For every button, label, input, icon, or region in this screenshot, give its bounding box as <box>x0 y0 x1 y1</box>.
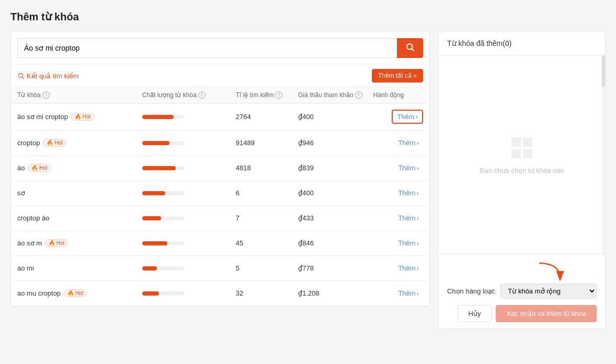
keyword-text: sơ <box>17 189 25 197</box>
svg-line-1 <box>412 49 414 51</box>
svg-rect-4 <box>511 137 521 147</box>
price-cell: ₫846 <box>298 239 373 247</box>
keyword-cell: sơ <box>17 189 142 197</box>
price-cell: ₫400 <box>298 189 373 197</box>
scrollbar-thumb[interactable] <box>602 55 605 87</box>
keyword-text: croptop áo <box>17 214 49 222</box>
price-cell: ₫946 <box>298 139 373 147</box>
search-rate-cell: 91489 <box>236 139 298 147</box>
add-keyword-button[interactable]: Thêm › <box>392 110 423 124</box>
search-input[interactable] <box>17 38 397 58</box>
table-row: ao mu croptop 🔥 Hot 32 ₫1.208 Thêm › <box>11 281 429 306</box>
bar-background <box>142 216 184 220</box>
add-keyword-button[interactable]: Thêm › <box>394 287 423 299</box>
action-cell: Thêm › <box>373 262 423 274</box>
action-cell: Thêm › <box>373 137 423 149</box>
bar-background <box>142 115 184 119</box>
quality-bar <box>142 266 236 271</box>
quality-bar <box>142 191 236 195</box>
footer-buttons: Hủy Xác nhận và thêm từ khóa <box>447 305 597 322</box>
result-label: Kết quả tìm kiếm <box>17 72 79 80</box>
hot-badge: 🔥 Hot <box>28 164 51 172</box>
bar-fill <box>142 266 157 271</box>
svg-line-3 <box>22 77 24 79</box>
quality-bar <box>142 115 236 119</box>
empty-state-icon <box>509 135 534 160</box>
table-header: Từ khóa ? Chất lượng từ khóa ? Tỉ lệ tìm… <box>11 87 429 103</box>
confirm-button[interactable]: Xác nhận và thêm từ khóa <box>496 305 597 322</box>
batch-type-dropdown[interactable]: Từ khóa mở rộng <box>500 284 597 299</box>
bar-background <box>142 241 184 245</box>
action-cell: Thêm › <box>373 287 423 299</box>
keyword-cell: croptop 🔥 Hot <box>17 139 142 147</box>
empty-text: Bạn chưa chọn từ khóa nào <box>480 167 564 174</box>
bar-fill <box>142 291 159 296</box>
search-rate-cell: 2764 <box>236 113 298 121</box>
price-cell: ₫778 <box>298 264 373 272</box>
add-keyword-button[interactable]: Thêm › <box>394 187 423 199</box>
search-rate-cell: 45 <box>236 239 298 247</box>
quality-help-icon[interactable]: ? <box>198 91 206 99</box>
table-body: áo sơ mi croptop 🔥 Hot 2764 ₫400 Thêm › … <box>11 103 429 306</box>
keyword-help-icon[interactable]: ? <box>42 91 50 99</box>
svg-rect-6 <box>511 149 521 158</box>
quality-bar <box>142 166 236 170</box>
bar-background <box>142 141 184 145</box>
search-rate-help-icon[interactable]: ? <box>275 91 282 99</box>
hot-badge: 🔥 Hot <box>43 139 66 147</box>
search-rate-cell: 5 <box>236 264 298 272</box>
result-label-text: Kết quả tìm kiếm <box>27 72 79 80</box>
table-row: áo mi 5 ₫778 Thêm › <box>11 256 429 281</box>
add-keyword-button[interactable]: Thêm › <box>394 212 423 224</box>
quality-bar <box>142 141 236 145</box>
chevron-right-icon: › <box>417 289 419 297</box>
quality-bar <box>142 291 236 296</box>
svg-rect-7 <box>523 149 532 158</box>
keyword-cell: áo sơ m 🔥 Hot <box>17 239 142 247</box>
hot-badge: 🔥 Hot <box>45 239 68 247</box>
table-row: sơ 6 ₫400 Thêm › <box>11 181 429 206</box>
add-all-button[interactable]: Thêm tất cả » <box>372 69 423 83</box>
action-cell: Thêm › <box>373 212 423 224</box>
table-row: áo sơ m 🔥 Hot 45 ₫846 Thêm › <box>11 231 429 256</box>
arrow-indicator <box>447 261 597 281</box>
bar-background <box>142 191 184 195</box>
right-panel-body: Bạn chưa chọn từ khóa nào <box>439 55 605 254</box>
table-row: croptop 🔥 Hot 91489 ₫946 Thêm › <box>11 131 429 156</box>
hot-badge: 🔥 Hot <box>71 113 94 121</box>
col-quality: Chất lượng từ khóa ? <box>142 91 236 99</box>
arrow-icon <box>534 261 565 281</box>
right-panel-footer: Chọn hàng loạt: Từ khóa mở rộng Hủy Xác … <box>439 254 605 328</box>
action-cell: Thêm › <box>373 162 423 174</box>
search-rate-cell: 7 <box>236 214 298 222</box>
batch-select-label: Chọn hàng loạt: <box>447 287 496 295</box>
quality-bar <box>142 216 236 220</box>
bar-background <box>142 291 184 296</box>
price-cell: ₫1.208 <box>298 289 373 297</box>
table-row: croptop áo 7 ₫433 Thêm › <box>11 206 429 231</box>
cancel-button[interactable]: Hủy <box>458 305 492 322</box>
table-row: áo sơ mi croptop 🔥 Hot 2764 ₫400 Thêm › <box>11 103 429 131</box>
add-keyword-button[interactable]: Thêm › <box>394 137 423 149</box>
bar-fill <box>142 115 174 119</box>
keyword-text: áo <box>17 164 25 172</box>
add-keyword-button[interactable]: Thêm › <box>394 237 423 249</box>
col-ref-price: Giá thầu tham khảo ? <box>298 91 373 99</box>
keyword-text: áo sơ mi croptop <box>17 113 68 121</box>
scrollbar-track[interactable] <box>602 55 605 254</box>
keyword-cell: croptop áo <box>17 214 142 222</box>
svg-point-2 <box>18 73 22 77</box>
result-header: Kết quả tìm kiếm Thêm tất cả » <box>11 65 429 87</box>
add-keyword-button[interactable]: Thêm › <box>394 262 423 274</box>
keyword-cell: ao mu croptop 🔥 Hot <box>17 289 142 297</box>
add-keyword-button[interactable]: Thêm › <box>394 162 423 174</box>
chevron-right-icon: › <box>417 139 419 147</box>
action-cell: Thêm › <box>373 110 423 124</box>
bar-fill <box>142 191 165 195</box>
col-keyword: Từ khóa ? <box>17 91 142 99</box>
bar-fill <box>142 241 167 245</box>
chevron-right-icon: › <box>417 239 419 247</box>
search-button[interactable] <box>397 38 423 58</box>
chevron-right-icon: › <box>417 264 419 272</box>
ref-price-help-icon[interactable]: ? <box>355 91 362 99</box>
